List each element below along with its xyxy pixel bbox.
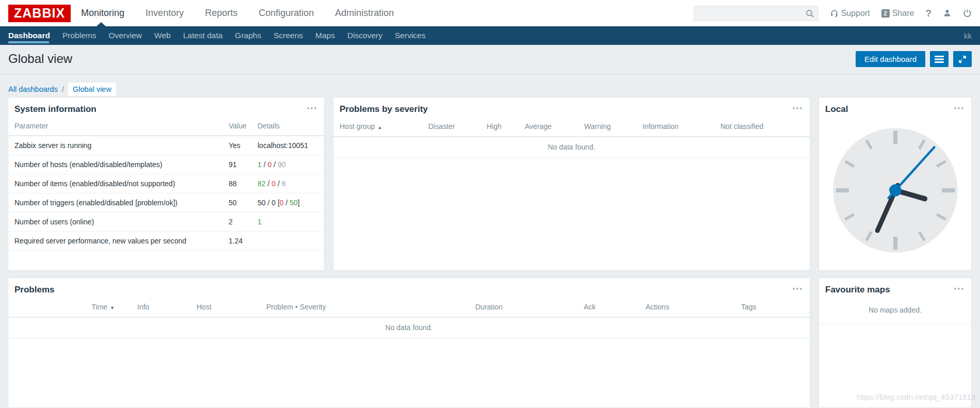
- share-label: Share: [892, 9, 914, 18]
- logout-button[interactable]: [963, 9, 972, 18]
- analog-clock: [826, 120, 965, 260]
- column-header-details: Details: [251, 117, 324, 136]
- table-row: Number of items (enabled/disabled/not su…: [8, 174, 324, 193]
- breadcrumb-separator: /: [62, 85, 64, 93]
- main-nav: MonitoringInventoryReportsConfigurationA…: [81, 8, 394, 19]
- widget-menu-icon[interactable]: [792, 285, 804, 293]
- dashboard-menu-button[interactable]: [930, 51, 949, 67]
- sub-nav-dashboard[interactable]: Dashboard: [8, 26, 56, 45]
- table-row: Number of users (online)21: [8, 213, 324, 232]
- active-nav-pointer: [97, 22, 106, 26]
- page-header: Global view Edit dashboard: [0, 45, 980, 74]
- sort-up-icon: ▲: [377, 125, 382, 130]
- top-bar: ZABBIX MonitoringInventoryReportsConfigu…: [0, 0, 980, 26]
- problems-table-header: Time▼InfoHostProblem • SeverityDurationA…: [8, 298, 810, 318]
- table-row: Number of hosts (enabled/disabled/templa…: [8, 155, 324, 174]
- sort-down-icon: ▼: [110, 305, 115, 311]
- power-icon: [963, 9, 972, 18]
- share-link[interactable]: Z Share: [881, 9, 914, 18]
- sub-nav-problems[interactable]: Problems: [56, 26, 102, 45]
- breadcrumb-current[interactable]: Global view: [68, 83, 116, 96]
- column-header-problem-severity: Problem • Severity: [266, 298, 475, 317]
- support-label: Support: [841, 9, 870, 18]
- main-nav-configuration[interactable]: Configuration: [259, 8, 314, 19]
- page-title: Global view: [0, 45, 980, 66]
- z-share-icon: Z: [881, 9, 890, 18]
- table-row: Zabbix server is runningYeslocalhost:100…: [8, 136, 324, 155]
- headset-icon: [830, 9, 839, 18]
- system-information-table: Parameter Value Details Zabbix server is…: [8, 117, 324, 251]
- main-nav-monitoring[interactable]: Monitoring: [81, 8, 124, 19]
- sub-nav-screens[interactable]: Screens: [267, 26, 309, 45]
- system-information-widget: System information Parameter Value Detai…: [8, 97, 325, 271]
- no-data-message: No data found.: [333, 137, 810, 158]
- header-actions: Edit dashboard: [856, 51, 972, 67]
- sub-nav-web[interactable]: Web: [148, 26, 177, 45]
- column-header-average: Average: [525, 117, 584, 136]
- column-header-parameter: Parameter: [8, 117, 222, 136]
- search-icon[interactable]: [806, 9, 814, 18]
- support-link[interactable]: Support: [830, 9, 870, 18]
- widget-menu-icon[interactable]: [953, 285, 965, 293]
- search-box: [694, 6, 818, 21]
- column-header-time[interactable]: Time▼: [14, 298, 137, 317]
- sub-nav-graphs[interactable]: Graphs: [229, 26, 267, 45]
- user-profile-button[interactable]: [943, 9, 952, 18]
- column-header-host: Host: [197, 298, 266, 317]
- user-icon: [943, 9, 952, 18]
- table-row: Number of triggers (enabled/disabled [pr…: [8, 193, 324, 213]
- widget-menu-icon[interactable]: [953, 104, 965, 112]
- hamburger-icon: [935, 56, 944, 63]
- column-header-info: Info: [137, 298, 197, 317]
- sub-nav-overview[interactable]: Overview: [102, 26, 148, 45]
- sub-nav-discovery[interactable]: Discovery: [341, 26, 389, 45]
- sub-nav: DashboardProblemsOverviewWebLatest dataG…: [0, 26, 980, 45]
- problems-widget: Problems Time▼InfoHostProblem • Severity…: [8, 278, 810, 408]
- widget-menu-icon[interactable]: [306, 104, 318, 112]
- search-input[interactable]: [694, 6, 818, 21]
- zabbix-logo[interactable]: ZABBIX: [8, 5, 71, 22]
- local-clock-widget: Local: [818, 97, 972, 271]
- sub-nav-services[interactable]: Services: [389, 26, 431, 45]
- column-header-duration: Duration: [475, 298, 584, 317]
- column-header-warning: Warning: [584, 117, 642, 136]
- breadcrumb-all-dashboards[interactable]: All dashboards: [8, 85, 58, 93]
- column-header-host-group[interactable]: Host group▲: [340, 117, 428, 136]
- topbar-actions: Support Z Share ?: [694, 6, 972, 21]
- table-row: Required server performance, new values …: [8, 232, 324, 251]
- main-nav-administration[interactable]: Administration: [335, 8, 394, 19]
- expand-icon: [958, 55, 967, 63]
- column-header-value: Value: [222, 117, 251, 136]
- main-nav-reports[interactable]: Reports: [205, 8, 237, 19]
- sub-nav-maps[interactable]: Maps: [309, 26, 341, 45]
- widget-title: System information: [14, 104, 97, 115]
- main-nav-inventory[interactable]: Inventory: [146, 8, 184, 19]
- widget-title: Local: [825, 104, 848, 115]
- widget-title: Problems: [14, 285, 54, 295]
- column-header-ack: Ack: [584, 298, 646, 317]
- edit-dashboard-button[interactable]: Edit dashboard: [856, 51, 925, 67]
- column-header-disaster: Disaster: [428, 117, 487, 136]
- problems-by-severity-widget: Problems by severity Host group▲Disaster…: [333, 97, 810, 271]
- no-maps-message: No maps added.: [819, 298, 971, 324]
- column-header-actions: Actions: [646, 298, 741, 317]
- no-data-message: No data found.: [8, 318, 810, 338]
- widget-menu-icon[interactable]: [792, 104, 804, 112]
- widget-title: Favourite maps: [825, 285, 890, 295]
- widget-title: Problems by severity: [340, 104, 428, 115]
- sub-nav-latest-data[interactable]: Latest data: [177, 26, 229, 45]
- fullscreen-button[interactable]: [953, 51, 972, 67]
- problems-by-severity-header: Host group▲DisasterHighAverageWarningInf…: [333, 117, 810, 137]
- column-header-information: Information: [642, 117, 720, 136]
- column-header-tags: Tags: [741, 298, 804, 317]
- column-header-high: High: [487, 117, 525, 136]
- column-header-not-classified: Not classified: [720, 117, 804, 136]
- user-initials: kk: [964, 31, 972, 40]
- help-button[interactable]: ?: [925, 8, 931, 19]
- favourite-maps-widget: Favourite maps No maps added.: [818, 278, 972, 408]
- breadcrumb: All dashboards / Global view: [0, 74, 980, 97]
